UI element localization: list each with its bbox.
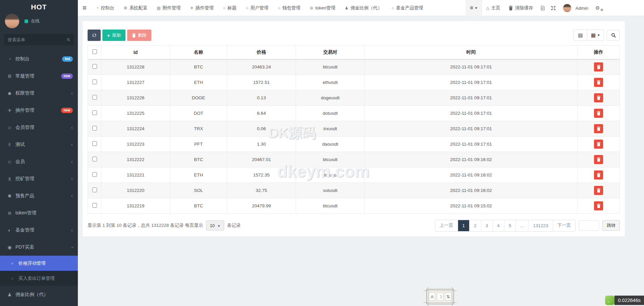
cell-price: 6.64 — [227, 106, 296, 121]
row-delete-button[interactable] — [594, 124, 603, 133]
row-delete-button[interactable] — [594, 201, 603, 210]
nav-item-commission[interactable]: ♟佣金比例（代） — [340, 0, 387, 16]
row-checkbox[interactable] — [92, 64, 97, 69]
row-checkbox[interactable] — [92, 188, 97, 192]
sidebar-item-label: token管理 — [15, 210, 73, 216]
sidebar-item-label: 测试 — [15, 142, 71, 148]
nav-item-system-config[interactable]: ⚙系统配置 — [119, 0, 152, 16]
page-size-dropdown[interactable]: 10 ▲ — [206, 220, 224, 231]
select-all-checkbox[interactable] — [92, 49, 97, 54]
page-button-5[interactable]: 5 — [504, 220, 516, 231]
row-delete-button[interactable] — [594, 93, 603, 102]
row-checkbox[interactable] — [92, 126, 97, 131]
document-button[interactable] — [537, 0, 548, 16]
sidebar-item-test[interactable]: ✌测试‹ — [0, 136, 78, 153]
cell-pair: ethusdt — [296, 75, 365, 90]
sidebar-item-commission[interactable]: ♟佣金比例（代） — [0, 286, 78, 303]
add-button[interactable]: + 添加 — [102, 30, 126, 41]
trash-icon — [597, 65, 601, 69]
page-button-4[interactable]: 4 — [492, 220, 504, 231]
circle-icon: ○ — [278, 6, 280, 10]
sidebar-item-label: 插件管理 — [15, 107, 61, 113]
sidebar-item-general[interactable]: ⚙常规管理new — [0, 67, 78, 85]
row-delete-button[interactable] — [594, 170, 603, 180]
nav-list-dropdown[interactable]: ≡ ▼ — [465, 0, 482, 16]
sidebar-item-token[interactable]: ⊜token管理 — [0, 204, 78, 221]
search-toggle-button[interactable] — [607, 30, 620, 41]
nav-item-title[interactable]: ○标题 — [218, 0, 241, 16]
trash-icon — [597, 126, 601, 131]
thinkphp-leaf-icon[interactable] — [605, 296, 614, 305]
home-button[interactable]: ⌂ 主页 — [482, 0, 504, 16]
cell-pair: dotusdt — [296, 106, 365, 121]
nav-item-wallet[interactable]: ○钱包管理 — [273, 0, 305, 16]
page-button-2[interactable]: 2 — [469, 220, 481, 231]
annotation-button-0[interactable]: A — [429, 293, 435, 301]
nav-item-label: 控制台 — [101, 5, 114, 11]
hamburger-icon[interactable]: ≡ — [78, 4, 92, 12]
circle-icon: ○ — [392, 6, 394, 10]
fullscreen-icon — [551, 6, 556, 10]
fullscreen-button[interactable] — [548, 0, 559, 16]
gears-icon: ⚙⚙ — [595, 5, 603, 11]
row-delete-button[interactable] — [594, 78, 603, 87]
document-icon — [540, 6, 545, 10]
clear-cache-button[interactable]: 清除缓存 — [504, 0, 537, 16]
nav-item-fund-product[interactable]: ○基金产品管理 — [387, 0, 428, 16]
sidebar-subitem-price-float[interactable]: ○价格浮动管理 — [0, 256, 78, 271]
menu-search-input[interactable] — [8, 37, 67, 42]
chevron-down-icon: ‹ — [69, 246, 75, 248]
sidebar-item-member[interactable]: ☺会员‹ — [0, 153, 78, 170]
row-checkbox[interactable] — [92, 141, 97, 146]
next-page-button[interactable]: 下一页 — [553, 220, 576, 231]
row-checkbox[interactable] — [92, 203, 97, 208]
cell-id: 1312226 — [101, 90, 170, 106]
user-menu[interactable]: Admin — [559, 0, 592, 16]
nav-item-console[interactable]: ◔控制台 — [92, 0, 119, 16]
row-delete-button[interactable] — [594, 155, 603, 164]
sidebar-item-auth[interactable]: ☻权限管理‹ — [0, 85, 78, 102]
sidebar-item-member-mgmt[interactable]: ☺会员管理‹ — [0, 119, 78, 136]
annotation-button-1[interactable]: ☽ — [437, 293, 443, 301]
sidebar-item-fund[interactable]: ◐基金管理‹ — [0, 221, 78, 239]
page-button-...[interactable]: ... — [515, 220, 528, 231]
sidebar-item-mining[interactable]: ⚓挖矿管理‹ — [0, 170, 78, 187]
delete-button[interactable]: 删除 — [127, 30, 151, 41]
column-header: 名称 — [170, 46, 227, 59]
clear-cache-label: 清除缓存 — [515, 5, 533, 11]
sidebar-subitem-buy-sell-orders[interactable]: ○买入卖出订单管理 — [0, 271, 78, 286]
page-button-131223[interactable]: 131223 — [528, 220, 552, 231]
columns-dropdown-button[interactable]: ▦▼ — [587, 30, 604, 41]
sidebar-item-presale[interactable]: ✱预售产品‹ — [0, 187, 78, 204]
row-checkbox[interactable] — [92, 157, 97, 161]
nav-item-attachment[interactable]: ▤附件管理 — [152, 0, 185, 16]
row-delete-button[interactable] — [594, 109, 603, 118]
page-jump-input[interactable] — [579, 220, 599, 231]
row-checkbox[interactable] — [92, 172, 97, 177]
page-button-3[interactable]: 3 — [481, 220, 493, 231]
cell-time: 2022-11-01 09:16:02 — [365, 167, 578, 183]
settings-button[interactable]: ⚙⚙ — [592, 0, 606, 16]
chevron-left-icon: ‹ — [71, 125, 73, 130]
sidebar-item-pdt-trade[interactable]: ◉PDT买卖‹ — [0, 239, 78, 256]
page-jump-button[interactable]: 跳转 — [602, 220, 620, 231]
nav-item-user-mgmt[interactable]: ○用户管理 — [241, 0, 273, 16]
row-checkbox[interactable] — [92, 110, 97, 115]
row-delete-button[interactable] — [594, 62, 603, 71]
detail-view-button[interactable]: ▤ — [574, 30, 587, 41]
nav-item-label: 基金产品管理 — [396, 5, 423, 11]
sidebar-item-plugin[interactable]: ✈插件管理new — [0, 102, 78, 119]
nav-item-token[interactable]: ⊜token管理 — [305, 0, 340, 16]
prev-page-button[interactable]: 上一页 — [435, 220, 458, 231]
row-checkbox[interactable] — [92, 80, 97, 84]
page-button-1[interactable]: 1 — [458, 220, 469, 231]
row-delete-button[interactable] — [594, 186, 603, 195]
nav-item-plugin[interactable]: ✈插件管理 — [186, 0, 218, 16]
row-checkbox[interactable] — [92, 95, 97, 100]
row-delete-button[interactable] — [594, 140, 603, 149]
user-avatar[interactable] — [5, 14, 19, 29]
sidebar-item-console[interactable]: ◔控制台hot — [0, 50, 78, 67]
refresh-button[interactable] — [88, 30, 101, 41]
annotation-button-2[interactable]: ⇅ — [445, 293, 451, 301]
cell-pair: btcusdt — [296, 152, 365, 167]
